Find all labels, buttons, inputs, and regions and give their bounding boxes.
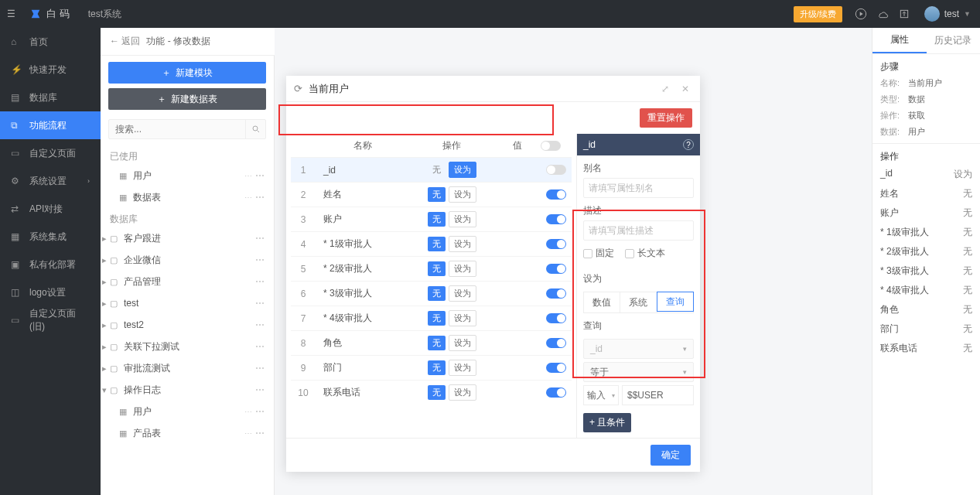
none-chip[interactable]: 无 [428, 311, 446, 326]
nav-deploy[interactable]: ▣私有化部署 [0, 251, 101, 278]
user-menu[interactable]: test ▼ [915, 6, 980, 22]
set-chip[interactable]: 设为 [449, 261, 476, 277]
nav-flow[interactable]: ⧉功能流程 [0, 111, 101, 139]
table-row[interactable]: 5* 2级审批人无设为 [291, 256, 572, 281]
set-chip[interactable]: 设为 [449, 162, 476, 178]
row-toggle[interactable] [546, 338, 566, 348]
tree-row[interactable]: ▸▢企业微信⋯ [101, 249, 274, 271]
table-row[interactable]: 3账户无设为 [291, 207, 572, 231]
op-row[interactable]: 部门无 [872, 319, 980, 339]
query-op-select[interactable]: 等于▾ [583, 362, 694, 382]
op-row[interactable]: * 2级审批人无 [872, 242, 980, 261]
none-chip[interactable]: 无 [428, 360, 446, 375]
op-row[interactable]: * 3级审批人无 [872, 261, 980, 281]
set-chip[interactable]: 设为 [449, 285, 476, 302]
row-toggle[interactable] [546, 165, 566, 175]
nav-api[interactable]: ⇄API对接 [0, 195, 101, 223]
new-module-button[interactable]: ＋新建模块 [108, 62, 266, 84]
search-icon[interactable] [245, 120, 265, 138]
nav-logo[interactable]: ◫logo设置 [0, 278, 101, 306]
toggle-all[interactable] [541, 141, 561, 151]
table-row[interactable]: 9部门无设为 [291, 355, 572, 380]
row-toggle[interactable] [546, 288, 566, 299]
add-and-button[interactable]: + 且条件 [583, 413, 631, 432]
row-toggle[interactable] [546, 264, 566, 274]
tree-row[interactable]: ▸▢test⋯ [101, 292, 274, 314]
tree-row[interactable]: ▸▢审批流测试⋯ [101, 357, 274, 379]
tab-system[interactable]: 系统 [620, 292, 657, 312]
nav-gear[interactable]: ⚙系统设置› [0, 167, 101, 195]
none-chip[interactable]: 无 [428, 286, 446, 301]
table-row[interactable]: 8角色无设为 [291, 330, 572, 355]
row-toggle[interactable] [546, 214, 566, 224]
cloud-icon[interactable] [872, 8, 893, 20]
op-row[interactable]: 账户无 [872, 203, 980, 223]
none-chip[interactable]: 无 [428, 237, 446, 251]
tree-row[interactable]: ▸▢关联下拉测试⋯ [101, 336, 274, 357]
help-icon[interactable]: ? [683, 139, 694, 150]
close-icon[interactable]: ✕ [678, 84, 692, 94]
none-chip[interactable]: 无 [428, 187, 446, 202]
ok-button[interactable]: 确定 [650, 445, 691, 466]
nav-home[interactable]: ⌂首页 [0, 28, 101, 56]
row-toggle[interactable] [546, 313, 566, 323]
table-row[interactable]: 1_id无设为 [291, 157, 572, 182]
expand-icon[interactable]: ⤢ [658, 84, 672, 94]
system-name[interactable]: test系统 [77, 8, 132, 21]
set-chip[interactable]: 设为 [449, 236, 476, 252]
tree-row[interactable]: ▦产品表⋯⋯ [101, 422, 274, 444]
op-row[interactable]: 角色无 [872, 300, 980, 319]
row-toggle[interactable] [546, 239, 566, 249]
reset-button[interactable]: 重置操作 [640, 108, 692, 128]
set-chip[interactable]: 设为 [449, 211, 476, 227]
tree-row[interactable]: ▸▢test2⋯ [101, 314, 274, 336]
nav-page[interactable]: ▭自定义页面 [0, 139, 101, 167]
tab-history[interactable]: 历史记录 [927, 28, 981, 53]
nav-db[interactable]: ▤数据库 [0, 84, 101, 111]
tab-query[interactable]: 查询 [657, 292, 694, 312]
none-chip[interactable]: 无 [428, 336, 446, 350]
set-chip[interactable]: 设为 [449, 360, 476, 376]
tree-row[interactable]: ▸▢产品管理⋯ [101, 271, 274, 292]
alias-input[interactable]: 请填写属性别名 [583, 178, 694, 198]
longtext-checkbox[interactable]: 长文本 [625, 247, 665, 260]
op-row[interactable]: _id设为 [872, 165, 980, 184]
nav-integ[interactable]: ▦系统集成 [0, 223, 101, 251]
tree-row[interactable]: ▦用户⋯⋯ [101, 401, 274, 422]
table-row[interactable]: 2姓名无设为 [291, 182, 572, 207]
row-toggle[interactable] [546, 363, 566, 373]
nav-bolt[interactable]: ⚡快速开发 [0, 56, 101, 84]
op-row[interactable]: 联系电话无 [872, 339, 980, 358]
table-row[interactable]: 6* 3级审批人无设为 [291, 281, 572, 306]
row-toggle[interactable] [546, 387, 566, 398]
query-mode-select[interactable]: 输入▾ [583, 385, 619, 405]
tree-search[interactable] [108, 119, 266, 139]
table-row[interactable]: 4* 1级审批人无设为 [291, 231, 572, 256]
tab-number[interactable]: 数值 [584, 292, 620, 312]
desc-input[interactable]: 请填写属性描述 [583, 220, 694, 241]
query-field-select[interactable]: _id▾ [583, 339, 694, 359]
set-chip[interactable]: 设为 [449, 310, 476, 326]
tab-properties[interactable]: 属性 [872, 28, 927, 53]
tree-row[interactable]: ▦数据表⋯⋯ [101, 186, 274, 208]
upgrade-button[interactable]: 升级/续费 [794, 6, 842, 22]
query-value-input[interactable]: $$USER [622, 385, 694, 405]
row-toggle[interactable] [546, 189, 566, 200]
search-input[interactable] [109, 124, 245, 135]
tree-row[interactable]: ▸▢客户跟进⋯ [101, 227, 274, 249]
none-chip[interactable]: 无 [428, 385, 446, 400]
set-chip[interactable]: 设为 [449, 384, 476, 401]
refresh-icon[interactable]: ⟳ [294, 83, 302, 94]
brand-logo[interactable]: 白 码 [22, 7, 77, 21]
new-table-button[interactable]: ＋新建数据表 [108, 88, 266, 110]
export-icon[interactable] [893, 8, 915, 20]
op-row[interactable]: 姓名无 [872, 184, 980, 203]
tree-row[interactable]: ▾▢操作日志⋯ [101, 379, 274, 401]
set-chip[interactable]: 设为 [449, 186, 476, 203]
op-row[interactable]: * 1级审批人无 [872, 223, 980, 242]
none-chip[interactable]: 无 [428, 212, 446, 227]
play-icon[interactable] [850, 8, 872, 20]
none-chip[interactable]: 无 [428, 261, 446, 276]
fixed-checkbox[interactable]: 固定 [583, 247, 614, 260]
op-row[interactable]: * 4级审批人无 [872, 281, 980, 300]
